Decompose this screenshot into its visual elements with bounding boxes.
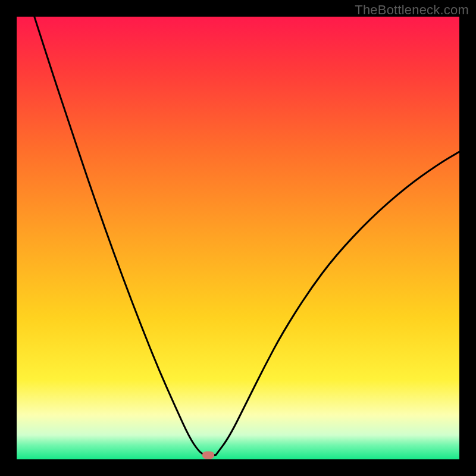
bottleneck-curve	[17, 17, 459, 459]
plot-area	[17, 17, 459, 459]
watermark-text: TheBottleneck.com	[355, 2, 469, 18]
optimum-marker	[202, 451, 214, 459]
chart-frame: TheBottleneck.com	[0, 0, 476, 476]
